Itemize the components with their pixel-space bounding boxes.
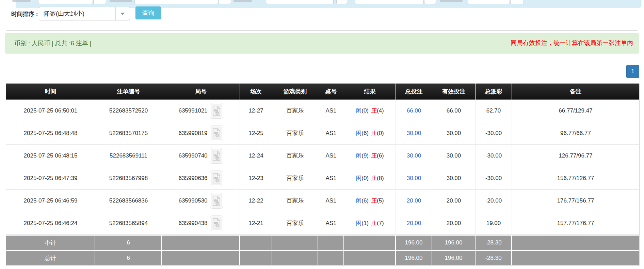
- cell-bet-id: 522683567998: [95, 167, 162, 190]
- total-bet-link[interactable]: 20.00: [407, 197, 421, 204]
- round-number: 635990740: [178, 152, 207, 159]
- banker-result-label: 庄: [371, 197, 377, 204]
- cell-result: 闲(0)庄(8): [344, 167, 396, 190]
- cell-session: 12-23: [240, 167, 272, 190]
- banker-result-count: (7): [377, 220, 384, 226]
- video-replay-button[interactable]: [210, 148, 223, 164]
- cut-input-arrow[interactable]: [336, 0, 347, 4]
- cut-input[interactable]: [266, 0, 334, 4]
- cell-payout: -30.00: [476, 122, 512, 145]
- cell-round: 635990819: [162, 122, 240, 145]
- cell-table-no: AS1: [318, 212, 344, 235]
- banker-result-count: (0): [377, 130, 384, 136]
- cut-input[interactable]: [355, 0, 424, 4]
- pagination-page-1-button[interactable]: 1: [626, 65, 639, 78]
- player-result-count: (0): [361, 175, 369, 181]
- cell-bet-id: 522683570175: [95, 122, 162, 145]
- cell-valid-bet: 30.00: [432, 122, 476, 145]
- cell-game-type: 百家乐: [272, 190, 318, 212]
- cell-table-no: AS1: [318, 167, 344, 190]
- banker-result-label: 庄: [371, 107, 377, 114]
- cell-remark: 96.77/66.77: [512, 122, 639, 145]
- total-bet-link[interactable]: 66.00: [407, 107, 421, 114]
- cell-game-type: 百家乐: [272, 100, 318, 122]
- header-game-type: 游戏类别: [272, 84, 318, 100]
- cell-round: 635990636: [162, 167, 240, 190]
- currency-summary-text: 币别 : 人民币 | 总共 :6 注单 |: [14, 39, 91, 47]
- header-payout: 总派彩: [476, 84, 512, 100]
- table-row: 2025-07-25 06:46:24 522683565894 6359904…: [6, 212, 639, 235]
- total-bet-link[interactable]: 30.00: [407, 175, 421, 181]
- query-button[interactable]: 查询: [135, 6, 161, 19]
- round-number: 635990530: [178, 197, 207, 204]
- round-number: 635990636: [178, 175, 207, 182]
- video-replay-button[interactable]: [210, 103, 223, 119]
- total-total-bet: 196.00: [396, 250, 432, 265]
- cell-bet-id: 522683565894: [95, 212, 162, 235]
- video-replay-icon: [212, 218, 221, 229]
- subtotal-row: 小计 6 196.00 196.00 -28.30: [6, 235, 639, 250]
- player-result-label: 闲: [356, 175, 361, 181]
- cell-total-bet: 20.00: [396, 212, 432, 235]
- cell-total-bet: 66.00: [396, 100, 432, 122]
- banker-result-label: 庄: [371, 130, 377, 136]
- total-bet-link[interactable]: 30.00: [407, 130, 421, 136]
- cell-remark: 157.77/176.77: [512, 212, 639, 235]
- banker-result-count: (5): [377, 197, 384, 204]
- cut-input[interactable]: [134, 0, 218, 4]
- banker-result-count: (8): [377, 175, 384, 181]
- cell-round: 635990530: [162, 190, 240, 212]
- header-time: 时间: [6, 84, 95, 100]
- cell-valid-bet: 30.00: [432, 145, 476, 167]
- video-replay-button[interactable]: [210, 125, 223, 141]
- round-number: 635990819: [178, 130, 207, 137]
- cell-time: 2025-07-25 06:46:59: [6, 190, 95, 212]
- cut-input[interactable]: [38, 0, 93, 4]
- cut-input-arrow[interactable]: [219, 0, 231, 4]
- chevron-down-icon: [120, 13, 125, 15]
- video-replay-button[interactable]: [210, 215, 223, 231]
- table-header-row: 时间 注单编号 局号 场次 游戏类别 桌号 结果 总投注 有效投注 总派彩 备注: [6, 84, 639, 100]
- cell-result: 闲(9)庄(6): [344, 145, 396, 167]
- cell-payout: 19.00: [476, 212, 512, 235]
- cell-round: 635991021: [162, 100, 240, 122]
- cell-table-no: AS1: [318, 145, 344, 167]
- cut-input-arrow[interactable]: [424, 0, 436, 4]
- cell-valid-bet: 30.00: [432, 167, 476, 190]
- banker-result-count: (6): [377, 152, 384, 159]
- subtotal-payout: -28.30: [476, 235, 512, 250]
- cut-input-arrow[interactable]: [510, 0, 524, 4]
- video-replay-icon: [212, 173, 221, 184]
- sort-order-combobox[interactable]: 降幂(由大到小): [39, 7, 130, 20]
- player-result-count: (6): [361, 197, 369, 204]
- cell-time: 2025-07-25 06:50:01: [6, 100, 95, 122]
- bet-records-page: 时间排序 : 降幂(由大到小) 查询 币别 : 人民币 | 总共 :6 注单 |…: [0, 0, 644, 269]
- cell-round: 635990438: [162, 212, 240, 235]
- clipped-label: [110, 0, 132, 2]
- cut-input[interactable]: [468, 0, 510, 4]
- total-bet-link[interactable]: 30.00: [407, 152, 421, 159]
- table-row: 2025-07-25 06:48:15 522683569111 6359907…: [6, 145, 639, 167]
- video-replay-icon: [212, 128, 221, 139]
- cell-session: 12-24: [240, 145, 272, 167]
- video-replay-button[interactable]: [210, 193, 223, 209]
- total-bet-link[interactable]: 20.00: [407, 220, 421, 226]
- cell-game-type: 百家乐: [272, 145, 318, 167]
- cell-payout: -30.00: [476, 167, 512, 190]
- table-row: 2025-07-25 06:48:48 522683570175 6359908…: [6, 122, 639, 145]
- header-session: 场次: [240, 84, 272, 100]
- cell-bet-id: 522683569111: [95, 145, 162, 167]
- cell-payout: -20.00: [476, 190, 512, 212]
- clipped-label: [12, 0, 31, 2]
- combobox-arrow-button[interactable]: [115, 7, 130, 20]
- player-result-count: (9): [361, 152, 369, 159]
- player-result-count: (0): [361, 107, 369, 114]
- table-row: 2025-07-25 06:50:01 522683572520 6359910…: [6, 100, 639, 122]
- bet-records-table: 时间 注单编号 局号 场次 游戏类别 桌号 结果 总投注 有效投注 总派彩 备注…: [6, 84, 640, 266]
- player-result-count: (1): [361, 220, 369, 226]
- cut-input-arrow[interactable]: [93, 0, 106, 4]
- cell-table-no: AS1: [318, 100, 344, 122]
- cell-bet-id: 522683566836: [95, 190, 162, 212]
- video-replay-button[interactable]: [210, 170, 223, 186]
- cell-valid-bet: 20.00: [432, 190, 476, 212]
